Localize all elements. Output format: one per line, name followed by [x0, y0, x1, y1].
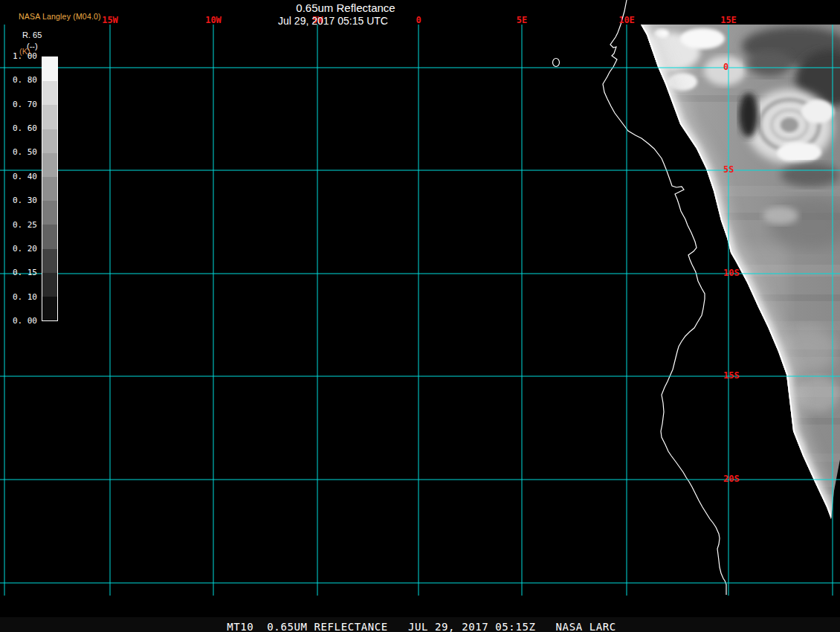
lat-label-5S: 5S	[723, 165, 734, 175]
lon-label-0: 0	[416, 16, 421, 25]
colorbar-tick: 0. 40	[6, 172, 37, 181]
lat-label-0: 0	[723, 62, 728, 72]
colorbar-segment	[42, 57, 57, 81]
cloud-blob	[763, 207, 798, 225]
colorbar-segment	[42, 201, 57, 225]
colorbar-gradient-bar	[42, 57, 58, 321]
lon-label-10E: 10E	[618, 16, 635, 25]
footer-annotation: MT10 0.65UM REFLECTANCE JUL 29, 2017 05:…	[227, 621, 616, 632]
lon-label-15E: 15E	[720, 16, 737, 25]
credit-label: NASA Langley (M04.0)	[19, 12, 101, 21]
colorbar-segment	[42, 177, 57, 201]
lat-label-10S: 10S	[723, 268, 740, 278]
colorbar-tick: 0. 50	[6, 147, 37, 157]
colorbar-tick: 0. 80	[6, 75, 37, 85]
colorbar-segment	[42, 81, 57, 105]
lon-label-5E: 5E	[517, 16, 527, 25]
colorbar-tick: 0. 00	[6, 316, 37, 326]
colorbar-segment	[42, 105, 57, 129]
colorbar-tick: 0. 15	[6, 268, 37, 277]
colorbar-tick: 1. 00	[6, 51, 37, 61]
cloud-blob	[801, 100, 834, 123]
colorbar-segment	[42, 297, 57, 320]
island-outline	[553, 59, 560, 67]
colorbar-tick: 0. 25	[6, 220, 37, 230]
colorbar-title: R. 65	[22, 30, 42, 39]
colorbar-segment	[42, 153, 57, 177]
dark-cloud-shadow	[747, 50, 792, 77]
colorbar-tick: 0. 70	[6, 100, 37, 109]
timestamp-subtitle: Jul 29, 2017 05:15 UTC	[278, 15, 388, 27]
cloud-blob	[680, 28, 725, 49]
colorbar-tick: 0. 10	[6, 292, 37, 302]
colorbar-tick: 0. 30	[6, 196, 37, 205]
colorbar-tick: 0. 20	[6, 244, 37, 254]
cloud-blob	[777, 142, 821, 163]
lat-label-20S: 20S	[723, 474, 740, 484]
colorbar-segment	[42, 225, 57, 248]
colorbar-tick: 0. 60	[6, 123, 37, 133]
cloud-blob	[795, 376, 840, 412]
colorbar-segment	[42, 249, 57, 273]
dark-cloud-shadow	[781, 163, 840, 187]
lon-label-15W: 15W	[102, 16, 118, 25]
colorbar-segment	[42, 273, 57, 297]
page-title: 0.65um Reflectance	[296, 1, 395, 14]
map-canvas	[0, 0, 840, 632]
dark-cloud-shadow	[739, 93, 758, 138]
satellite-viewer: 15W10W5W05E10E15E05S10S15S20S R. 65 (--)…	[0, 0, 840, 632]
lon-label-10W: 10W	[205, 16, 222, 25]
storm-cloud-core	[781, 117, 798, 132]
colorbar-segment	[42, 129, 57, 153]
lat-label-15S: 15S	[723, 371, 740, 381]
